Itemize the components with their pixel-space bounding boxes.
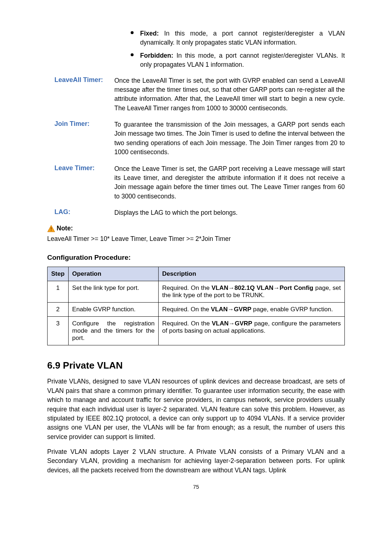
- desc-pre: Required. On the: [162, 306, 211, 313]
- table-header-row: Step Operation Description: [48, 267, 345, 281]
- desc-bold: VLAN→GVRP: [212, 320, 252, 327]
- section-para1: Private VLANs, designed to save VLAN res…: [47, 377, 345, 442]
- bullet-fixed: Fixed: In this mode, a port cannot regis…: [131, 29, 345, 48]
- th-operation: Operation: [68, 267, 158, 281]
- bullet-fixed-body: In this mode, a port cannot register/der…: [140, 30, 345, 46]
- cell-step: 1: [48, 281, 69, 303]
- procedure-heading: Configuration Procedure:: [47, 254, 345, 262]
- warning-icon: [47, 225, 55, 232]
- def-lag: LAG: Displays the LAG to which the port …: [47, 208, 345, 217]
- cell-operation: Configure the registration mode and the …: [68, 317, 158, 345]
- bullet-forbidden-text: Forbidden: In this mode, a port cannot r…: [140, 51, 345, 70]
- bullet-icon: [131, 53, 134, 56]
- svg-rect-1: [51, 227, 52, 229]
- desc-pre: Required. On the: [162, 284, 212, 291]
- def-lag-label: LAG:: [47, 208, 114, 217]
- cell-description: Required. On the VLAN→GVRP page, configu…: [158, 317, 344, 345]
- note-header: Note:: [47, 225, 345, 232]
- def-join-timer: Join Timer: To guarantee the transmissio…: [47, 120, 345, 157]
- procedure-table: Step Operation Description 1 Set the lin…: [47, 267, 345, 345]
- def-leave-body: Once the Leave Timer is set, the GARP po…: [114, 164, 345, 201]
- def-join-label: Join Timer:: [47, 120, 114, 157]
- def-leave-timer: Leave Timer: Once the Leave Timer is set…: [47, 164, 345, 201]
- note-text: LeaveAll Timer >= 10* Leave Timer, Leave…: [47, 235, 345, 243]
- section-title: 6.9 Private VLAN: [47, 360, 345, 371]
- def-leaveall-timer: LeaveAll Timer: Once the LeaveAll Timer …: [47, 76, 345, 113]
- bullet-icon: [131, 31, 134, 34]
- desc-bold: VLAN→GVRP: [211, 306, 251, 313]
- page-number: 75: [47, 484, 345, 490]
- cell-step: 2: [48, 303, 69, 317]
- def-join-body: To guarantee the transmission of the Joi…: [114, 120, 345, 157]
- bullet-forbidden-label: Forbidden:: [140, 52, 173, 59]
- bullet-fixed-label: Fixed:: [140, 30, 159, 37]
- def-leave-label: Leave Timer:: [47, 164, 114, 201]
- table-row: 1 Set the link type for port. Required. …: [48, 281, 345, 303]
- desc-pre: Required. On the: [162, 320, 212, 327]
- th-description: Description: [158, 267, 344, 281]
- cell-description: Required. On the VLAN→GVRP page, enable …: [158, 303, 344, 317]
- bullet-forbidden: Forbidden: In this mode, a port cannot r…: [131, 51, 345, 70]
- svg-rect-2: [51, 230, 52, 231]
- th-step: Step: [48, 267, 69, 281]
- desc-bold: VLAN→802.1Q VLAN→Port Config: [212, 284, 314, 291]
- registration-mode-bullets: Fixed: In this mode, a port cannot regis…: [131, 29, 345, 70]
- def-leaveall-body: Once the LeaveAll Timer is set, the port…: [114, 76, 345, 113]
- cell-operation: Set the link type for port.: [68, 281, 158, 303]
- document-page: Fixed: In this mode, a port cannot regis…: [0, 0, 392, 554]
- table-row: 3 Configure the registration mode and th…: [48, 317, 345, 345]
- cell-step: 3: [48, 317, 69, 345]
- note-label: Note:: [57, 225, 73, 232]
- def-leaveall-label: LeaveAll Timer:: [47, 76, 114, 113]
- cell-operation: Enable GVRP function.: [68, 303, 158, 317]
- def-lag-body: Displays the LAG to which the port belon…: [114, 208, 345, 217]
- desc-post: page, enable GVRP function.: [252, 306, 333, 313]
- bullet-fixed-text: Fixed: In this mode, a port cannot regis…: [140, 29, 345, 48]
- section-para2: Private VLAN adopts Layer 2 VLAN structu…: [47, 447, 345, 475]
- table-row: 2 Enable GVRP function. Required. On the…: [48, 303, 345, 317]
- cell-description: Required. On the VLAN→802.1Q VLAN→Port C…: [158, 281, 344, 303]
